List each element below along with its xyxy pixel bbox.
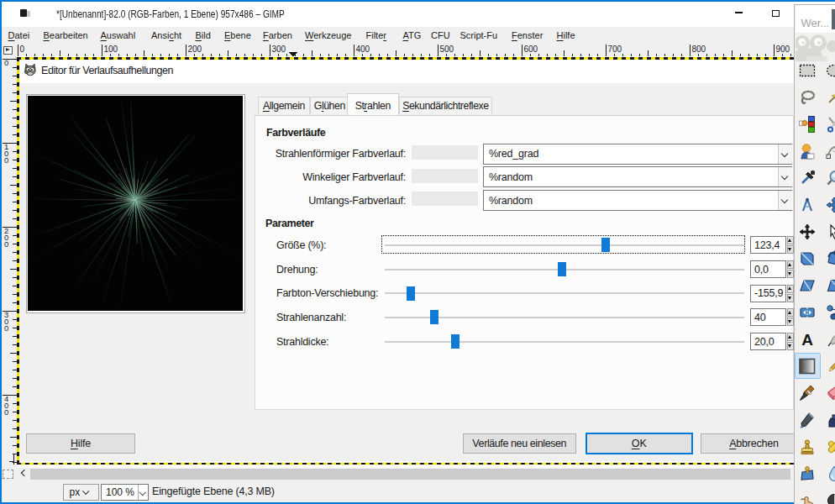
svg-text:400: 400 bbox=[356, 45, 370, 54]
svg-text:0: 0 bbox=[4, 239, 8, 249]
svg-text:300: 300 bbox=[272, 45, 286, 54]
svg-text:900: 900 bbox=[776, 45, 790, 54]
svg-text:700: 700 bbox=[608, 45, 622, 54]
svg-text:500: 500 bbox=[440, 45, 454, 54]
svg-text:100: 100 bbox=[104, 45, 118, 54]
svg-text:0: 0 bbox=[20, 45, 25, 54]
svg-text:0: 0 bbox=[4, 58, 8, 67]
svg-text:0: 0 bbox=[4, 323, 8, 333]
svg-text:200: 200 bbox=[188, 45, 202, 54]
svg-text:0: 0 bbox=[4, 407, 8, 417]
svg-text:A: A bbox=[801, 331, 813, 348]
svg-text:0: 0 bbox=[4, 155, 8, 165]
svg-text:800: 800 bbox=[692, 45, 706, 54]
svg-text:600: 600 bbox=[524, 45, 538, 54]
